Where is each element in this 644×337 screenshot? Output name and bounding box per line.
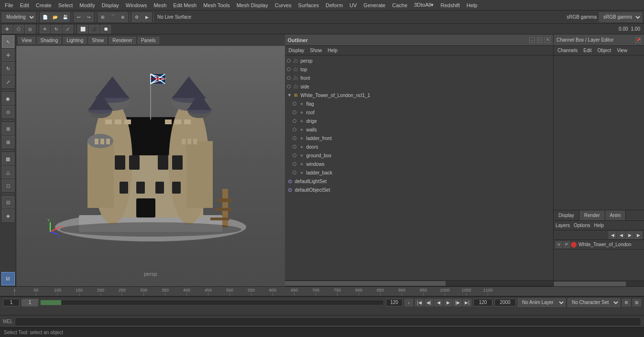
menu-modify[interactable]: Modify bbox=[76, 1, 98, 9]
outliner-item-ladder-front[interactable]: ⟡ ladder_front bbox=[286, 134, 553, 142]
vp-show-menu[interactable]: Show bbox=[88, 37, 107, 44]
menu-cache[interactable]: Cache bbox=[389, 1, 410, 9]
snap-curve-btn[interactable]: ⌒ bbox=[108, 12, 118, 22]
outliner-item-walls[interactable]: ⟡ walls bbox=[286, 125, 553, 134]
outliner-item-side[interactable]: 🎥 side bbox=[286, 82, 553, 91]
outliner-item-drige[interactable]: ⟡ drige bbox=[286, 117, 553, 125]
open-btn[interactable]: 📂 bbox=[50, 12, 60, 22]
vp-lighting-menu[interactable]: Lighting bbox=[63, 37, 87, 44]
menu-mesh-tools[interactable]: Mesh Tools bbox=[200, 1, 232, 9]
step-fwd-btn[interactable]: |▶ bbox=[453, 299, 462, 306]
soft-select-btn[interactable]: ◉ bbox=[2, 92, 14, 105]
tree-expand-group[interactable]: ▼ bbox=[287, 92, 293, 98]
vp-view-menu[interactable]: View bbox=[18, 37, 35, 44]
outliner-item-windows[interactable]: ⟡ windows bbox=[286, 160, 553, 168]
options-menu[interactable]: Options bbox=[574, 223, 590, 228]
jump-start-btn[interactable]: |◀ bbox=[415, 299, 424, 306]
menu-curves[interactable]: Curves bbox=[272, 1, 295, 9]
outliner-item-defaultlightset[interactable]: ⊙ defaultLightSet bbox=[286, 177, 553, 185]
vp-panels-menu[interactable]: Panels bbox=[138, 37, 159, 44]
outliner-item-ground-box[interactable]: ⟡ ground_box bbox=[286, 151, 553, 160]
layer-prev-btn[interactable]: ◀ bbox=[609, 231, 616, 239]
char-set-dropdown[interactable]: No Character Set bbox=[568, 298, 620, 307]
layer-v-btn[interactable]: V bbox=[556, 241, 562, 248]
anim-settings-btn[interactable]: ⚙ bbox=[622, 299, 631, 306]
outliner-item-roof[interactable]: ⟡ roof bbox=[286, 108, 553, 117]
xray-btn[interactable]: ⊡ bbox=[2, 196, 14, 208]
channel-pin-btn[interactable]: 📌 bbox=[635, 37, 641, 43]
outliner-item-persp[interactable]: 🎥 persp bbox=[286, 56, 553, 65]
lasso-tool-btn[interactable]: ⬡ bbox=[13, 25, 24, 33]
shaded-btn[interactable]: ⬛ bbox=[89, 25, 99, 33]
new-file-btn[interactable]: 📄 bbox=[40, 12, 50, 22]
save-btn[interactable]: 💾 bbox=[60, 12, 70, 22]
timeline-ruler[interactable]: 1 50 100 150 200 250 300 350 400 450 500… bbox=[0, 287, 644, 296]
play-fwd-btn[interactable]: ▶ bbox=[444, 299, 452, 306]
tab-display[interactable]: Display bbox=[554, 210, 579, 220]
help-menu[interactable]: Help bbox=[594, 223, 604, 228]
step-back-btn[interactable]: ◀| bbox=[425, 299, 433, 306]
menu-create[interactable]: Create bbox=[33, 1, 55, 9]
current-frame-input[interactable] bbox=[22, 299, 38, 306]
select-mode-btn[interactable]: ↖ bbox=[2, 35, 14, 48]
rotate-btn[interactable]: ↻ bbox=[51, 25, 62, 33]
outliner-item-ladder-back[interactable]: ⟡ ladder_back bbox=[286, 168, 553, 177]
outliner-maximize-btn[interactable]: □ bbox=[537, 37, 543, 43]
display-layer-btn[interactable]: ▦ bbox=[2, 152, 14, 165]
menu-uv[interactable]: UV bbox=[347, 1, 360, 9]
layer-scrollbar[interactable] bbox=[554, 281, 644, 286]
layer-row-main[interactable]: V P White_Tower_of_London bbox=[554, 240, 644, 250]
snapping-btn[interactable]: ⊞ bbox=[2, 122, 14, 135]
render-btn[interactable]: ▶ bbox=[142, 12, 152, 22]
layer-p-btn[interactable]: P bbox=[563, 241, 570, 248]
outliner-display-menu[interactable]: Display bbox=[287, 47, 306, 54]
menu-select[interactable]: Select bbox=[55, 1, 76, 9]
outliner-scrollbar-thumb[interactable] bbox=[285, 281, 446, 286]
scale-mode-btn[interactable]: ⤢ bbox=[2, 76, 14, 88]
object-menu[interactable]: Object bbox=[596, 47, 613, 54]
redo-btn[interactable]: ↪ bbox=[84, 12, 94, 22]
poly-count-btn[interactable]: △ bbox=[2, 166, 14, 178]
menu-mesh[interactable]: Mesh bbox=[151, 1, 169, 9]
smooth-btn[interactable]: ◻ bbox=[2, 179, 14, 192]
snap-grid-btn[interactable]: ⊞ bbox=[98, 12, 108, 22]
menu-generate[interactable]: Generate bbox=[360, 1, 388, 9]
wireframe-btn[interactable]: ⬜ bbox=[77, 25, 88, 33]
menu-file[interactable]: File bbox=[2, 1, 16, 9]
menu-redshift[interactable]: Redshift bbox=[437, 1, 462, 9]
render-settings-btn[interactable]: ⚙ bbox=[132, 12, 142, 22]
anim-extra-btn[interactable]: ⊞ bbox=[633, 299, 641, 306]
proportional-btn[interactable]: ⊙ bbox=[2, 106, 14, 118]
menu-edit[interactable]: Edit bbox=[17, 1, 32, 9]
snap-point-btn[interactable]: ⊕ bbox=[118, 12, 128, 22]
menu-mesh-display[interactable]: Mesh Display bbox=[234, 1, 271, 9]
layer-scrollbar-thumb[interactable] bbox=[554, 282, 626, 286]
tab-render[interactable]: Render bbox=[579, 210, 605, 220]
outliner-item-front[interactable]: 🎥 front bbox=[286, 74, 553, 82]
workspace-dropdown[interactable]: Modeling bbox=[2, 12, 36, 22]
outliner-item-defaultobjectset[interactable]: ⊙ defaultObjectSet bbox=[286, 185, 553, 194]
menu-3dtoall[interactable]: 3DtoAll▾ bbox=[411, 1, 437, 9]
vp-shading-menu[interactable]: Shading bbox=[37, 37, 62, 44]
vp-renderer-menu[interactable]: Renderer bbox=[109, 37, 136, 44]
rotate-mode-btn[interactable]: ↻ bbox=[2, 62, 14, 75]
move-btn[interactable]: ✛ bbox=[40, 25, 50, 33]
select-tool-btn[interactable]: ✥ bbox=[2, 25, 12, 33]
menu-windows[interactable]: Windows bbox=[123, 1, 150, 9]
layer-next-btn[interactable]: ▶ bbox=[634, 231, 642, 239]
jump-end-btn[interactable]: ▶| bbox=[463, 299, 471, 306]
layer-fwd-btn[interactable]: ▶ bbox=[626, 231, 633, 239]
channels-menu[interactable]: Channels bbox=[556, 47, 579, 54]
outliner-item-top[interactable]: 🎥 top bbox=[286, 65, 553, 74]
outliner-item-doors[interactable]: ⟡ doors bbox=[286, 142, 553, 151]
layer-back-btn[interactable]: ◀ bbox=[617, 231, 625, 239]
grid-btn[interactable]: ⊞ bbox=[2, 136, 14, 148]
viewport[interactable]: View Shading Lighting Show Renderer Pane… bbox=[16, 34, 285, 286]
outliner-help-menu[interactable]: Help bbox=[326, 47, 339, 54]
sound-btn[interactable]: ♪ bbox=[404, 299, 413, 306]
menu-surfaces[interactable]: Surfaces bbox=[295, 1, 322, 9]
outliner-close-btn[interactable]: ✕ bbox=[545, 37, 550, 43]
scale-btn[interactable]: ⤢ bbox=[63, 25, 73, 33]
texture-btn[interactable]: 🔲 bbox=[100, 25, 111, 33]
tab-anim[interactable]: Anim bbox=[605, 210, 626, 220]
